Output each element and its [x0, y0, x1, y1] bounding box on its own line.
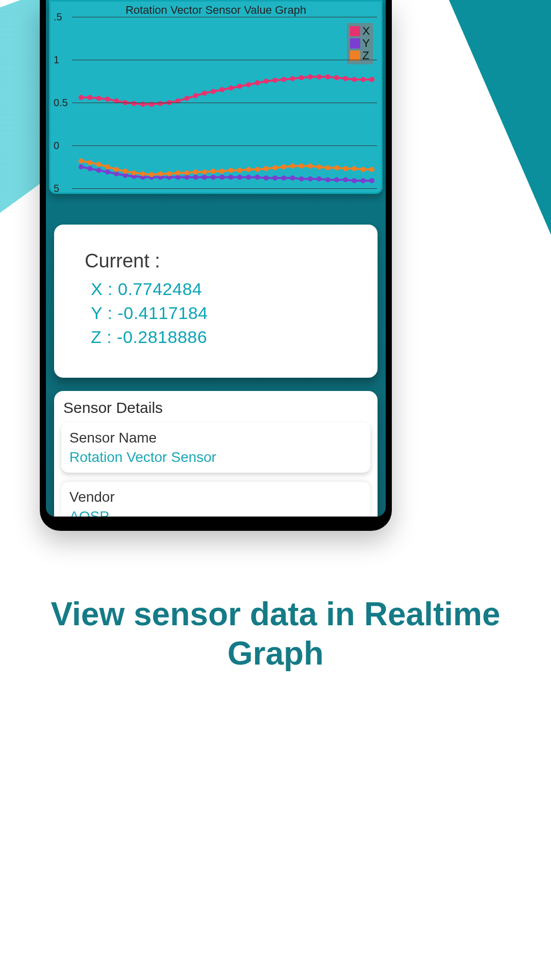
- svg-point-99: [352, 166, 357, 171]
- home-indicator[interactable]: [183, 509, 249, 511]
- svg-point-92: [290, 163, 295, 168]
- current-y-value: Y : -0.4117184: [91, 303, 347, 323]
- current-x-value: X : 0.7742484: [91, 279, 347, 299]
- svg-point-85: [229, 168, 234, 173]
- svg-point-97: [334, 165, 339, 170]
- svg-point-78: [167, 171, 172, 176]
- legend-swatch-x: [350, 26, 360, 36]
- legend-label-x: X: [362, 25, 370, 37]
- chart-gridline: [72, 60, 377, 60]
- chart-gridline: [72, 188, 377, 189]
- svg-point-24: [290, 76, 295, 81]
- svg-point-94: [308, 163, 313, 168]
- promo-caption: View sensor data in Realtime Graph: [0, 595, 551, 673]
- svg-point-55: [264, 176, 269, 181]
- svg-point-58: [290, 176, 295, 181]
- svg-point-13: [193, 93, 198, 99]
- svg-point-74: [132, 170, 137, 176]
- svg-point-72: [114, 167, 119, 172]
- chart-gridline: [72, 103, 377, 103]
- svg-point-47: [193, 175, 198, 180]
- svg-point-76: [149, 172, 154, 177]
- svg-point-18: [237, 84, 242, 89]
- chart-y-tick: 1: [54, 54, 59, 66]
- svg-point-77: [158, 171, 163, 176]
- svg-point-82: [202, 169, 207, 175]
- svg-point-54: [255, 175, 260, 180]
- svg-point-63: [334, 177, 339, 182]
- svg-point-81: [193, 169, 198, 175]
- svg-point-28: [325, 75, 331, 80]
- svg-point-86: [237, 168, 242, 173]
- svg-point-89: [264, 166, 269, 171]
- legend-label-y: Y: [362, 37, 370, 50]
- chart-title: Rotation Vector Sensor Value Graph: [51, 2, 381, 18]
- svg-point-79: [176, 170, 181, 176]
- svg-point-83: [211, 168, 216, 174]
- svg-point-84: [219, 168, 224, 174]
- svg-point-50: [219, 175, 224, 180]
- svg-point-70: [96, 162, 102, 167]
- chart-y-tick: 0: [54, 140, 59, 152]
- svg-point-91: [281, 164, 286, 169]
- svg-point-88: [255, 167, 260, 172]
- svg-point-6: [132, 101, 137, 106]
- svg-point-9: [158, 101, 163, 106]
- svg-point-20: [255, 80, 260, 85]
- chart-gridline: [72, 17, 377, 17]
- svg-point-67: [369, 178, 374, 183]
- sensor-details-heading: Sensor Details: [63, 399, 370, 416]
- phone-screen: Rotation Vector Sensor Value Graph X Y Z…: [46, 0, 386, 517]
- detail-label: Vendor: [69, 489, 362, 505]
- chart-body[interactable]: X Y Z .510.505: [61, 17, 377, 188]
- chart-y-tick: 0.5: [54, 97, 68, 109]
- svg-point-93: [299, 163, 304, 168]
- svg-point-69: [87, 160, 92, 165]
- detail-value: Rotation Vector Sensor: [69, 449, 362, 465]
- svg-point-25: [299, 75, 304, 80]
- svg-point-12: [184, 96, 189, 101]
- svg-point-0: [79, 95, 84, 100]
- svg-point-68: [79, 158, 84, 163]
- chart-legend: X Y Z: [347, 23, 373, 64]
- svg-point-37: [105, 169, 110, 175]
- svg-point-3: [105, 96, 110, 102]
- svg-point-16: [219, 87, 224, 92]
- svg-point-23: [281, 77, 286, 82]
- svg-point-34: [79, 164, 84, 169]
- chart-gridline: [72, 145, 377, 146]
- svg-point-75: [140, 171, 145, 176]
- svg-point-98: [343, 166, 348, 171]
- svg-point-90: [272, 165, 278, 170]
- svg-point-56: [272, 176, 278, 181]
- svg-point-31: [352, 77, 357, 82]
- svg-point-61: [316, 177, 321, 182]
- svg-point-15: [211, 89, 216, 94]
- svg-point-65: [352, 178, 357, 183]
- svg-point-26: [308, 75, 313, 80]
- current-values-card: Current : X : 0.7742484 Y : -0.4117184 Z…: [54, 225, 378, 378]
- svg-point-36: [96, 168, 102, 173]
- svg-point-49: [211, 175, 216, 180]
- svg-point-51: [229, 175, 234, 180]
- chart-y-tick: .5: [54, 11, 62, 23]
- svg-point-73: [122, 168, 128, 174]
- svg-point-87: [246, 167, 251, 172]
- detail-row-sensor-name[interactable]: Sensor Name Rotation Vector Sensor: [61, 423, 370, 473]
- chart-y-tick: 5: [54, 183, 59, 194]
- current-heading: Current :: [85, 250, 347, 272]
- phone-frame: Rotation Vector Sensor Value Graph X Y Z…: [40, 0, 392, 531]
- svg-point-2: [96, 96, 102, 101]
- svg-point-95: [316, 164, 321, 169]
- current-z-value: Z : -0.2818886: [91, 327, 347, 347]
- chart-card: Rotation Vector Sensor Value Graph X Y Z…: [49, 0, 383, 194]
- svg-point-22: [272, 78, 278, 83]
- svg-point-30: [343, 76, 348, 81]
- svg-point-96: [325, 165, 331, 170]
- svg-point-35: [87, 166, 92, 171]
- svg-point-80: [184, 170, 189, 176]
- svg-point-100: [361, 167, 366, 172]
- svg-point-59: [299, 177, 304, 182]
- svg-point-64: [343, 177, 348, 182]
- svg-point-101: [369, 167, 374, 172]
